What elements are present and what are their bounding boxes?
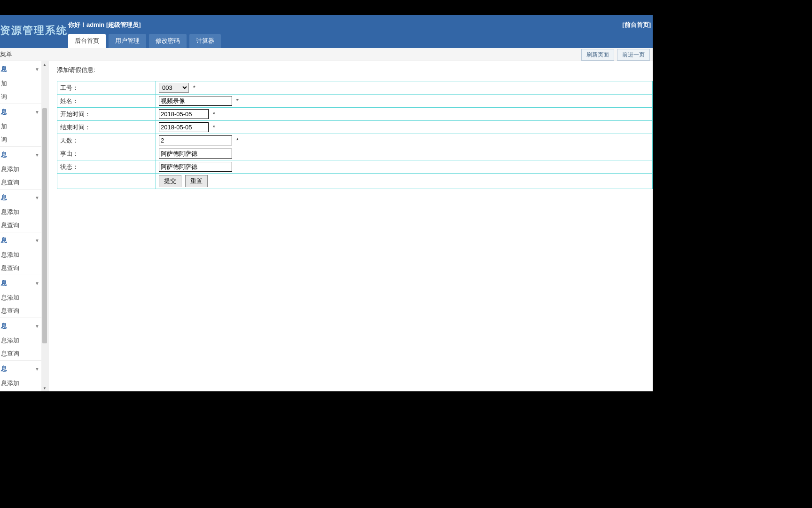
required-star: * bbox=[236, 137, 239, 144]
required-star: * bbox=[213, 124, 215, 131]
reset-button[interactable]: 重置 bbox=[185, 175, 208, 187]
submit-button[interactable]: 提交 bbox=[159, 175, 181, 187]
sidebar-group-label: 息 bbox=[1, 236, 7, 245]
nav-tabs: 后台首页 用户管理 修改密码 计算器 bbox=[68, 34, 221, 48]
required-star: * bbox=[193, 84, 195, 91]
required-star: * bbox=[236, 97, 239, 104]
sidebar-group-head[interactable]: 息▼ bbox=[0, 104, 48, 120]
reason-input[interactable] bbox=[159, 149, 232, 159]
chevron-down-icon: ▼ bbox=[35, 324, 39, 329]
sidebar-item[interactable]: 息添加 bbox=[0, 163, 48, 176]
scroll-thumb[interactable] bbox=[42, 108, 47, 343]
form-title: 添加请假信息: bbox=[57, 66, 653, 74]
sidebar-group-label: 息 bbox=[1, 65, 7, 73]
tab-change-pwd[interactable]: 修改密码 bbox=[149, 34, 187, 48]
sidebar-group-label: 息 bbox=[1, 108, 7, 116]
status-input[interactable] bbox=[159, 162, 232, 172]
sidebar-item[interactable]: 询 bbox=[0, 90, 48, 103]
reason-label: 事由： bbox=[57, 147, 156, 160]
main-content: 添加请假信息: 工号： 003 * 姓名： * bbox=[48, 61, 653, 391]
sidebar-item[interactable]: 息查询 bbox=[0, 347, 48, 360]
days-label: 天数： bbox=[57, 134, 156, 147]
tab-backend-home[interactable]: 后台首页 bbox=[68, 34, 106, 48]
chevron-down-icon: ▼ bbox=[35, 238, 39, 243]
sidebar-item[interactable]: 加 bbox=[0, 77, 48, 90]
system-name: 资源管理系统 bbox=[0, 24, 68, 38]
sidebar-group-head[interactable]: 息▼ bbox=[0, 318, 48, 334]
sidebar-item[interactable]: 息查询 bbox=[0, 176, 48, 189]
scroll-up-icon[interactable]: ▲ bbox=[42, 62, 47, 67]
start-time-label: 开始时间： bbox=[57, 108, 156, 121]
sidebar-item[interactable]: 息添加 bbox=[0, 248, 48, 262]
sidebar-item[interactable]: 息查询 bbox=[0, 262, 48, 275]
sidebar-scrollbar[interactable]: ▲ ▼ bbox=[41, 61, 48, 391]
chevron-down-icon: ▼ bbox=[35, 281, 39, 286]
menu-label: 菜单 bbox=[0, 50, 12, 59]
sidebar-group-label: 息 bbox=[1, 193, 7, 202]
chevron-down-icon: ▼ bbox=[35, 67, 39, 72]
end-time-label: 结束时间： bbox=[57, 121, 156, 134]
name-label: 姓名： bbox=[57, 95, 156, 108]
end-time-input[interactable] bbox=[159, 122, 209, 132]
header: 资源管理系统 你好！admin [超级管理员] [前台首页] 后台首页 用户管理… bbox=[0, 15, 653, 48]
sidebar-group-head[interactable]: 息▼ bbox=[0, 61, 48, 77]
sidebar-group-label: 息 bbox=[1, 365, 7, 373]
start-time-input[interactable] bbox=[159, 109, 209, 119]
emp-id-select[interactable]: 003 bbox=[159, 83, 189, 93]
sidebar-group-head[interactable]: 息▼ bbox=[0, 232, 48, 248]
sidebar-item[interactable]: 加 bbox=[0, 120, 48, 133]
refresh-button[interactable]: 刷新页面 bbox=[581, 49, 614, 61]
sidebar-item[interactable]: 询 bbox=[0, 133, 48, 146]
sidebar-group-label: 息 bbox=[1, 322, 7, 330]
sidebar-group-head[interactable]: 息▼ bbox=[0, 275, 48, 291]
days-input[interactable] bbox=[159, 135, 232, 145]
scroll-down-icon[interactable]: ▼ bbox=[42, 386, 47, 390]
required-star: * bbox=[213, 111, 215, 118]
sidebar-group-head[interactable]: 息▼ bbox=[0, 361, 48, 377]
sidebar-group-label: 息 bbox=[1, 279, 7, 287]
tab-user-mgmt[interactable]: 用户管理 bbox=[109, 34, 146, 48]
sidebar: 息▼加询息▼加询息▼息添加息查询息▼息添加息查询息▼息添加息查询息▼息添加息查询… bbox=[0, 61, 48, 391]
chevron-down-icon: ▼ bbox=[35, 110, 39, 115]
forward-button[interactable]: 前进一页 bbox=[617, 49, 650, 61]
empty-label bbox=[57, 174, 156, 189]
tab-calculator[interactable]: 计算器 bbox=[189, 34, 221, 48]
form-table: 工号： 003 * 姓名： * 开始时间： bbox=[57, 81, 653, 189]
sidebar-item[interactable]: 息查询 bbox=[0, 304, 48, 318]
sidebar-group-head[interactable]: 息▼ bbox=[0, 147, 48, 163]
sidebar-item[interactable]: 息查询 bbox=[0, 219, 48, 232]
sidebar-item[interactable]: 息查询 bbox=[0, 390, 48, 391]
chevron-down-icon: ▼ bbox=[35, 366, 39, 372]
greeting-text: 你好！admin [超级管理员] bbox=[68, 21, 141, 29]
status-label: 状态： bbox=[57, 160, 156, 174]
chevron-down-icon: ▼ bbox=[35, 152, 39, 158]
sidebar-item[interactable]: 息添加 bbox=[0, 334, 48, 347]
toolbar: 菜单 刷新页面 前进一页 bbox=[0, 48, 653, 61]
sidebar-item[interactable]: 息添加 bbox=[0, 206, 48, 219]
sidebar-item[interactable]: 息添加 bbox=[0, 291, 48, 304]
chevron-down-icon: ▼ bbox=[35, 195, 39, 200]
front-homepage-link[interactable]: [前台首页] bbox=[622, 21, 651, 29]
sidebar-group-label: 息 bbox=[1, 151, 7, 159]
sidebar-group-head[interactable]: 息▼ bbox=[0, 190, 48, 206]
name-input[interactable] bbox=[159, 96, 232, 106]
emp-id-label: 工号： bbox=[57, 81, 156, 95]
sidebar-item[interactable]: 息添加 bbox=[0, 377, 48, 390]
